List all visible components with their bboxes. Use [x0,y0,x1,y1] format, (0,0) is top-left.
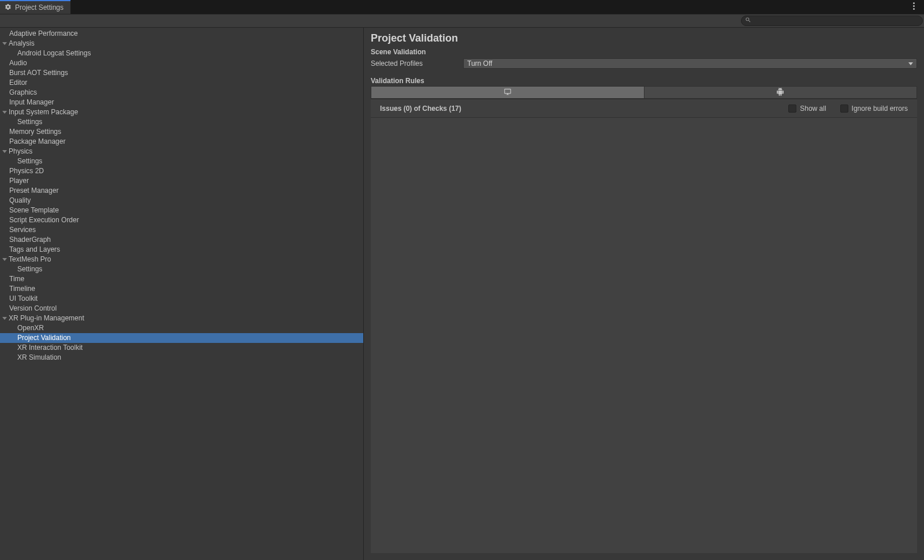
tree-item-label: Scene Template [9,206,59,215]
tree-item-label: Analysis [9,39,35,48]
tree-item-xr-plug-in-management[interactable]: XR Plug-in Management [0,313,363,323]
tree-item-input-system-package[interactable]: Input System Package [0,107,363,117]
android-icon [776,88,784,98]
tree-item-label: Graphics [9,88,37,98]
tree-item-physics-2d[interactable]: Physics 2D [0,166,363,176]
tree-item-label: Version Control [9,304,57,313]
tree-item-settings[interactable]: Settings [0,156,363,166]
tree-item-label: UI Toolkit [9,294,38,304]
tree-item-burst-aot-settings[interactable]: Burst AOT Settings [0,68,363,78]
search-field[interactable] [741,16,923,26]
tree-item-label: XR Simulation [17,353,61,363]
tree-item-physics[interactable]: Physics [0,147,363,156]
tree-item-audio[interactable]: Audio [0,58,363,68]
tree-item-textmesh-pro[interactable]: TextMesh Pro [0,255,363,264]
tree-item-label: Preset Manager [9,186,58,196]
tree-item-services[interactable]: Services [0,225,363,235]
validation-rules-label: Validation Rules [371,76,917,86]
selected-profiles-label: Selected Profiles [371,59,457,68]
tree-item-android-logcat-settings[interactable]: Android Logcat Settings [0,48,363,58]
tree-item-script-execution-order[interactable]: Script Execution Order [0,215,363,225]
tree-item-label: XR Interaction Toolkit [17,343,83,353]
tree-item-analysis[interactable]: Analysis [0,39,363,48]
expand-arrow-icon [2,317,7,320]
tree-item-adaptive-performance[interactable]: Adaptive Performance [0,29,363,39]
scene-validation-label: Scene Validation [364,47,924,57]
tree-item-tags-and-layers[interactable]: Tags and Layers [0,245,363,255]
tree-item-settings[interactable]: Settings [0,117,363,127]
window-tab-bar: Project Settings [0,0,924,14]
tree-item-label: Settings [17,156,42,166]
tree-item-label: TextMesh Pro [9,255,51,264]
show-all-checkbox[interactable]: Show all [788,104,826,113]
tree-item-label: Player [9,176,29,186]
expand-arrow-icon [2,150,7,153]
tree-item-version-control[interactable]: Version Control [0,304,363,313]
validation-rules-section: Validation Rules [364,70,924,86]
tree-item-xr-simulation[interactable]: XR Simulation [0,353,363,363]
tree-item-label: Services [9,225,36,235]
tree-item-label: Physics [9,147,32,156]
tree-item-label: Editor [9,78,27,88]
tree-item-preset-manager[interactable]: Preset Manager [0,186,363,196]
kebab-icon [913,2,915,12]
window-menu-button[interactable] [908,0,919,14]
tree-item-input-manager[interactable]: Input Manager [0,98,363,107]
search-icon [745,17,751,25]
tree-item-time[interactable]: Time [0,274,363,284]
tree-item-timeline[interactable]: Timeline [0,284,363,294]
tree-item-memory-settings[interactable]: Memory Settings [0,127,363,137]
tree-item-label: Time [9,274,24,284]
tree-item-label: Project Validation [17,333,71,343]
page-title: Project Validation [364,28,924,47]
ignore-build-errors-checkbox[interactable]: Ignore build errors [840,104,908,113]
toolbar [0,14,924,28]
svg-point-1 [913,5,915,7]
tree-item-editor[interactable]: Editor [0,78,363,88]
tree-item-xr-interaction-toolkit[interactable]: XR Interaction Toolkit [0,343,363,353]
search-input[interactable] [754,17,919,25]
tree-item-label: Tags and Layers [9,245,60,255]
selected-profiles-dropdown[interactable]: Turn Off [463,58,917,69]
ignore-build-errors-label: Ignore build errors [852,104,908,113]
tree-item-quality[interactable]: Quality [0,196,363,206]
issues-list [371,117,917,553]
show-all-label: Show all [800,104,826,113]
tree-item-scene-template[interactable]: Scene Template [0,206,363,215]
issues-header: Issues (0) of Checks (17) Show all Ignor… [371,99,917,117]
tree-item-ui-toolkit[interactable]: UI Toolkit [0,294,363,304]
tab-title: Project Settings [15,3,64,12]
tree-item-label: Timeline [9,284,35,294]
tree-item-label: Physics 2D [9,166,44,176]
tree-item-label: XR Plug-in Management [9,313,84,323]
chevron-down-icon [908,62,913,65]
tree-item-label: Settings [17,264,42,274]
tree-item-project-validation[interactable]: Project Validation [0,333,363,343]
tree-item-settings[interactable]: Settings [0,264,363,274]
expand-arrow-icon [2,258,7,261]
tree-item-player[interactable]: Player [0,176,363,186]
tree-item-label: Memory Settings [9,127,61,137]
tree-item-label: Script Execution Order [9,215,79,225]
tree-item-label: ShaderGraph [9,235,51,245]
selected-profiles-row: Selected Profiles Turn Off [364,57,924,70]
platform-tab-standalone[interactable] [371,86,644,99]
tree-item-package-manager[interactable]: Package Manager [0,137,363,147]
tab-project-settings[interactable]: Project Settings [0,0,70,14]
tree-item-label: OpenXR [17,323,44,333]
tree-item-label: Input Manager [9,98,54,107]
tree-item-label: Burst AOT Settings [9,68,68,78]
checkbox-box [840,104,848,113]
expand-arrow-icon [2,42,7,45]
platform-tab-android[interactable] [644,86,918,99]
tree-item-openxr[interactable]: OpenXR [0,323,363,333]
expand-arrow-icon [2,111,7,114]
tree-item-shadergraph[interactable]: ShaderGraph [0,235,363,245]
tree-item-label: Audio [9,58,27,68]
svg-point-0 [913,2,915,4]
tree-item-label: Settings [17,117,42,127]
tree-item-graphics[interactable]: Graphics [0,88,363,98]
content-area: Adaptive PerformanceAnalysisAndroid Logc… [0,28,924,560]
settings-tree[interactable]: Adaptive PerformanceAnalysisAndroid Logc… [0,28,364,560]
gear-icon [5,3,12,12]
